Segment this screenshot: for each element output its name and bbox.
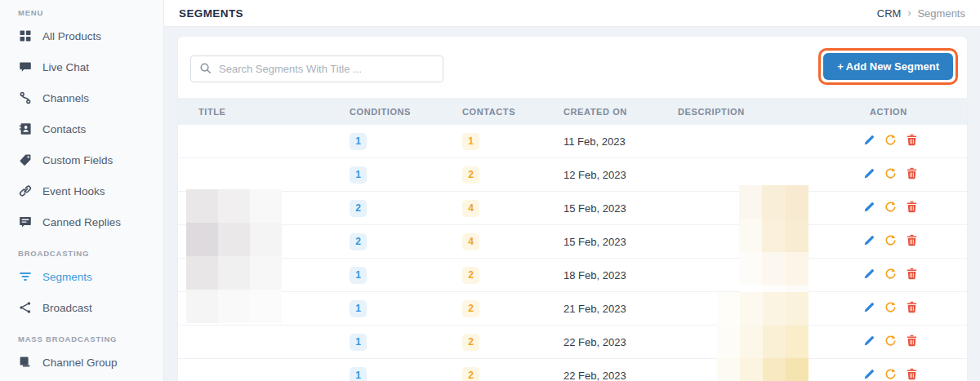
segments-card: + Add New Segment TITLECONDITIONSCONTACT… (178, 37, 967, 381)
cell-created-on: 12 Feb, 2023 (564, 169, 678, 181)
sidebar-item-event-hooks[interactable]: Event Hooks (0, 175, 163, 206)
sidebar-item-channel-group[interactable]: Channel Group (0, 347, 163, 378)
edit-icon (863, 334, 875, 349)
contacts-badge: 1 (462, 133, 479, 150)
sidebar-item-live-chat[interactable]: Live Chat (0, 51, 163, 82)
sidebar-item-custom-fields[interactable]: Custom Fields (0, 144, 163, 175)
cell-conditions: 2 (350, 200, 462, 217)
sidebar-item-canned-replies[interactable]: Canned Replies (0, 206, 163, 237)
sidebar-item-all-products[interactable]: All Products (0, 20, 163, 51)
contacts-badge: 2 (462, 166, 479, 184)
cell-conditions: 1 (350, 166, 462, 184)
cell-contacts: 2 (462, 367, 564, 381)
table-body: 1111 Feb, 20231212 Feb, 20232415 Feb, 20… (178, 125, 967, 381)
cell-actions (863, 370, 967, 381)
refresh-button[interactable] (884, 336, 897, 348)
edit-button[interactable] (863, 135, 875, 148)
breadcrumb: CRM › Segments (877, 7, 965, 20)
cell-created-on: 15 Feb, 2023 (564, 236, 678, 248)
delete-button[interactable] (906, 236, 918, 248)
edit-icon (863, 167, 875, 182)
refresh-button[interactable] (884, 269, 897, 281)
refresh-button[interactable] (884, 236, 897, 248)
card-toolbar: + Add New Segment (178, 37, 967, 98)
column-header-action: ACTION (863, 107, 967, 117)
sidebar: MENUAll ProductsLive ChatChannelsContact… (0, 0, 164, 381)
column-header-description: DESCRIPTION (678, 107, 863, 117)
cell-contacts: 1 (462, 133, 564, 150)
table-row: 1111 Feb, 2023 (178, 125, 967, 158)
sidebar-item-label: Contacts (42, 123, 86, 135)
column-header-conditions: CONDITIONS (350, 107, 462, 117)
edit-icon (863, 234, 875, 249)
refresh-button[interactable] (884, 202, 897, 215)
edit-button[interactable] (863, 236, 875, 248)
page-header: SEGMENTS CRM › Segments (164, 0, 980, 27)
highlight-ring: + Add New Segment (818, 48, 958, 85)
cell-actions (863, 236, 967, 248)
delete-button[interactable] (906, 336, 918, 348)
breadcrumb-crm[interactable]: CRM (877, 7, 902, 20)
delete-button[interactable] (906, 135, 918, 148)
add-new-segment-button[interactable]: + Add New Segment (823, 53, 953, 80)
cell-conditions: 1 (350, 267, 462, 284)
refresh-icon (884, 301, 897, 316)
tag-icon (18, 153, 32, 167)
column-header-title: TITLE (178, 107, 350, 117)
refresh-icon (884, 368, 897, 381)
delete-icon (906, 201, 918, 215)
delete-icon (906, 368, 918, 381)
contacts-badge: 4 (462, 200, 479, 217)
refresh-button[interactable] (884, 370, 897, 381)
cell-created-on: 18 Feb, 2023 (564, 269, 678, 281)
refresh-button[interactable] (884, 303, 897, 315)
refresh-button[interactable] (884, 135, 897, 148)
edit-button[interactable] (863, 269, 875, 281)
conditions-badge: 2 (350, 200, 367, 217)
sidebar-item-broadcast[interactable]: Broadcast (0, 292, 163, 323)
edit-button[interactable] (863, 169, 875, 181)
branch-icon (18, 91, 32, 105)
table-row: 1222 Feb, 2023 (178, 359, 967, 381)
link-icon (18, 184, 32, 198)
chevron-right-icon: › (907, 7, 911, 19)
delete-button[interactable] (906, 370, 918, 381)
column-header-created-on: CREATED ON (564, 107, 678, 117)
sidebar-item-segments[interactable]: Segments (0, 261, 163, 292)
sidebar-item-label: Broadcast (42, 302, 92, 314)
table-row: 2415 Feb, 2023 (178, 225, 967, 259)
search-input[interactable] (190, 55, 443, 82)
delete-button[interactable] (906, 269, 918, 281)
delete-button[interactable] (906, 202, 918, 215)
cell-contacts: 4 (462, 200, 564, 217)
cell-created-on: 22 Feb, 2023 (564, 336, 678, 348)
edit-button[interactable] (863, 202, 875, 215)
cell-contacts: 2 (462, 166, 564, 184)
layers-icon (18, 356, 32, 370)
table-row: 1212 Feb, 2023 (178, 158, 967, 192)
delete-button[interactable] (906, 169, 918, 181)
refresh-button[interactable] (884, 169, 897, 181)
edit-button[interactable] (863, 303, 875, 315)
cell-conditions: 1 (350, 133, 462, 150)
edit-button[interactable] (863, 336, 875, 348)
reply-bubble-icon (18, 215, 32, 229)
cell-contacts: 2 (462, 300, 564, 317)
delete-icon (906, 234, 918, 249)
edit-icon (863, 134, 875, 148)
conditions-badge: 1 (350, 166, 367, 184)
sidebar-section-label: MENU (0, 8, 163, 17)
sidebar-sections: MENUAll ProductsLive ChatChannelsContact… (0, 8, 163, 378)
sidebar-item-channels[interactable]: Channels (0, 82, 163, 113)
sidebar-section-label: MASS BROADCASTING (0, 334, 163, 343)
contacts-badge: 2 (462, 367, 479, 381)
conditions-badge: 1 (350, 334, 367, 351)
sidebar-item-contacts[interactable]: Contacts (0, 113, 163, 144)
cell-actions (863, 169, 967, 181)
edit-button[interactable] (863, 370, 875, 381)
cell-conditions: 1 (350, 367, 462, 381)
delete-button[interactable] (906, 303, 918, 315)
segments-table: TITLECONDITIONSCONTACTSCREATED ONDESCRIP… (178, 98, 967, 381)
conditions-badge: 1 (350, 267, 367, 284)
filter-icon (18, 270, 32, 284)
